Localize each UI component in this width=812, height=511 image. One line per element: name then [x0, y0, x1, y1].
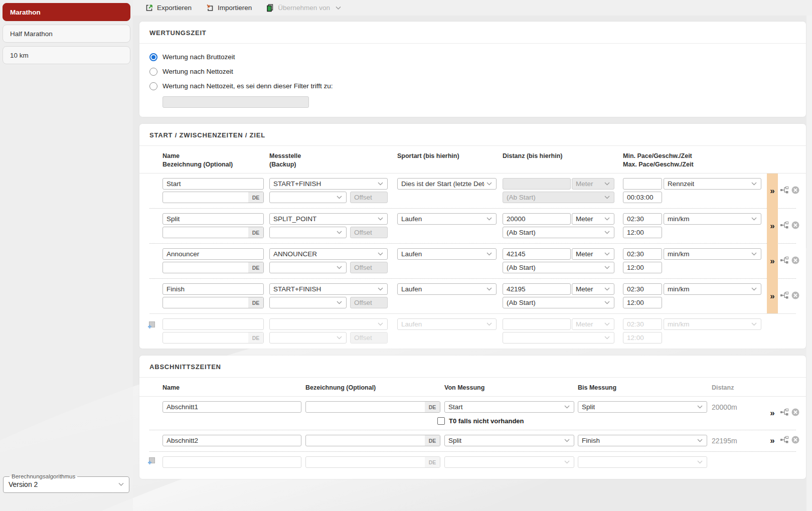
backup-select[interactable]: [269, 192, 347, 203]
distanz-unit-select[interactable]: Meter: [572, 283, 614, 295]
bis-messung-select[interactable]: Split: [578, 401, 707, 413]
expand-button[interactable]: »: [767, 256, 778, 267]
sportart-select[interactable]: Laufen: [397, 248, 497, 260]
split-name-input[interactable]: [163, 178, 264, 190]
filter-input[interactable]: [163, 96, 309, 108]
import-button[interactable]: Importieren: [206, 4, 252, 12]
remove-button[interactable]: [791, 408, 799, 418]
split-name-input[interactable]: [163, 283, 264, 295]
max-pace-input[interactable]: [623, 262, 662, 273]
bis-messung-select[interactable]: [578, 456, 707, 468]
backup-select[interactable]: [269, 297, 347, 308]
max-pace-input[interactable]: [623, 297, 662, 308]
backup-select[interactable]: [269, 227, 347, 238]
branch-icon[interactable]: [780, 291, 788, 301]
max-pace-input[interactable]: [623, 192, 662, 203]
bezeichnung-input[interactable]: [306, 435, 425, 446]
distanz-unit-select[interactable]: Meter: [572, 178, 614, 190]
backup-select[interactable]: [269, 332, 347, 344]
apply-from-button[interactable]: Übernehmen von: [266, 4, 341, 12]
t0-checkbox[interactable]: [437, 417, 445, 425]
bezeichnung-input[interactable]: [163, 262, 248, 273]
distanz-mode-select[interactable]: [503, 332, 614, 344]
von-messung-select[interactable]: Split: [444, 435, 574, 446]
remove-button[interactable]: [791, 221, 799, 231]
sidebar-item-marathon[interactable]: Marathon: [3, 3, 130, 21]
bezeichnung-input[interactable]: [163, 297, 248, 308]
min-pace-input[interactable]: [623, 318, 662, 330]
distanz-input[interactable]: [503, 318, 571, 330]
section-name-input[interactable]: [163, 401, 301, 413]
offset-input[interactable]: [350, 332, 388, 344]
max-pace-input[interactable]: [623, 227, 662, 238]
bis-messung-select[interactable]: Finish: [578, 435, 707, 446]
distanz-input[interactable]: [503, 248, 571, 260]
min-pace-input[interactable]: [623, 178, 662, 190]
pace-unit-select[interactable]: min/km: [664, 213, 761, 225]
sportart-select[interactable]: Dies ist der Start (letzte Dete: [397, 178, 497, 190]
distanz-input[interactable]: [503, 213, 571, 225]
bezeichnung-input[interactable]: [163, 192, 248, 203]
offset-input[interactable]: [350, 227, 388, 238]
messstelle-select[interactable]: [269, 318, 388, 330]
max-pace-input[interactable]: [623, 332, 662, 344]
messstelle-select[interactable]: SPLIT_POINT: [269, 213, 388, 225]
expand-button[interactable]: »: [767, 435, 778, 446]
distanz-unit-select[interactable]: Meter: [572, 213, 614, 225]
sidebar-item-10km[interactable]: 10 km: [3, 46, 130, 64]
branch-icon[interactable]: [780, 186, 788, 196]
min-pace-input[interactable]: [623, 283, 662, 295]
distanz-mode-select[interactable]: (Ab Start): [503, 262, 614, 273]
distanz-unit-select[interactable]: Meter: [572, 248, 614, 260]
add-row-icon[interactable]: [147, 457, 155, 467]
von-messung-select[interactable]: Start: [444, 401, 574, 413]
remove-button[interactable]: [791, 436, 799, 446]
section-name-input[interactable]: [163, 435, 301, 446]
sidebar-item-half-marathon[interactable]: Half Marathon: [3, 25, 130, 43]
sportart-select[interactable]: Laufen: [397, 318, 497, 330]
min-pace-input[interactable]: [623, 213, 662, 225]
split-name-input[interactable]: [163, 248, 264, 260]
messstelle-select[interactable]: ANNOUNCER: [269, 248, 388, 260]
distanz-mode-select[interactable]: (Ab Start): [503, 227, 614, 238]
split-name-input[interactable]: [163, 318, 264, 330]
pace-unit-select[interactable]: min/km: [664, 318, 761, 330]
radio-bruttozeit[interactable]: Wertung nach Bruttozeit: [149, 50, 796, 64]
offset-input[interactable]: [350, 262, 388, 273]
remove-button[interactable]: [791, 256, 799, 266]
sportart-select[interactable]: Laufen: [397, 283, 497, 295]
offset-input[interactable]: [350, 192, 388, 203]
split-name-input[interactable]: [163, 213, 264, 225]
algorithm-select[interactable]: Version 2: [9, 480, 124, 488]
branch-icon[interactable]: [780, 221, 788, 231]
expand-button[interactable]: »: [767, 408, 778, 419]
pace-unit-select[interactable]: min/km: [664, 283, 761, 295]
radio-nettozeit-filter[interactable]: Wertung nach Nettozeit, es sei denn dies…: [149, 79, 796, 93]
offset-input[interactable]: [350, 297, 388, 308]
branch-icon[interactable]: [780, 256, 788, 266]
min-pace-input[interactable]: [623, 248, 662, 260]
distanz-unit-select[interactable]: Meter: [572, 318, 614, 330]
remove-button[interactable]: [791, 291, 799, 301]
add-row-icon[interactable]: [147, 321, 155, 331]
branch-icon[interactable]: [780, 409, 788, 418]
radio-nettozeit[interactable]: Wertung nach Nettozeit: [149, 64, 796, 79]
radio-icon[interactable]: [149, 53, 157, 61]
bezeichnung-input[interactable]: [163, 332, 248, 343]
distanz-mode-select[interactable]: (Ab Start): [503, 192, 614, 203]
pace-unit-select[interactable]: min/km: [664, 248, 761, 260]
distanz-input[interactable]: [503, 178, 571, 190]
section-name-input[interactable]: [163, 456, 301, 468]
remove-button[interactable]: [791, 186, 799, 196]
pace-unit-select[interactable]: Rennzeit: [664, 178, 761, 190]
bezeichnung-input[interactable]: [306, 457, 425, 467]
distanz-input[interactable]: [503, 283, 571, 295]
bezeichnung-input[interactable]: [306, 402, 425, 412]
bezeichnung-input[interactable]: [163, 227, 248, 238]
expand-button[interactable]: »: [767, 186, 778, 197]
radio-icon[interactable]: [149, 82, 157, 90]
messstelle-select[interactable]: START+FINISH: [269, 283, 388, 295]
branch-icon[interactable]: [780, 436, 788, 446]
scrollbar-track[interactable]: [806, 16, 812, 511]
backup-select[interactable]: [269, 262, 347, 273]
